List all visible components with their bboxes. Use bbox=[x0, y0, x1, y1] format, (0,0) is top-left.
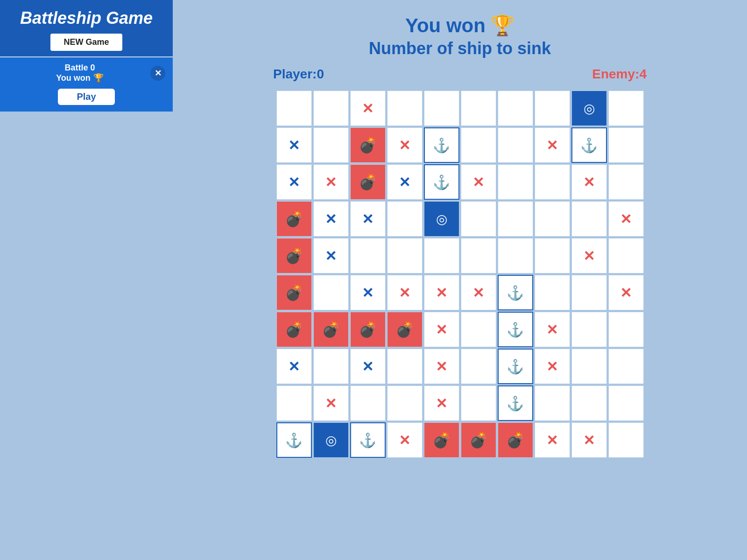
table-row[interactable]: 💣 bbox=[276, 275, 312, 310]
table-row[interactable] bbox=[461, 201, 496, 237]
table-row[interactable]: ✕ bbox=[608, 275, 644, 310]
table-row[interactable]: ⚓ bbox=[350, 422, 386, 458]
table-row[interactable]: ⚓ bbox=[571, 127, 607, 163]
table-row[interactable] bbox=[424, 238, 459, 273]
table-row[interactable]: ✕ bbox=[350, 201, 386, 237]
table-row[interactable] bbox=[461, 127, 496, 163]
table-row[interactable]: ⚓ bbox=[498, 349, 533, 384]
table-row[interactable] bbox=[276, 385, 312, 421]
table-row[interactable]: ✕ bbox=[313, 201, 349, 237]
table-row[interactable]: ✕ bbox=[387, 275, 423, 310]
table-row[interactable] bbox=[571, 275, 607, 310]
table-row[interactable] bbox=[387, 201, 423, 237]
table-row[interactable]: 💣 bbox=[276, 238, 312, 273]
table-row[interactable] bbox=[350, 238, 386, 273]
table-row[interactable] bbox=[387, 385, 423, 421]
play-button[interactable]: Play bbox=[58, 89, 114, 105]
table-row[interactable]: ✕ bbox=[571, 164, 607, 200]
table-row[interactable]: ✕ bbox=[387, 422, 423, 458]
table-row[interactable]: ✕ bbox=[313, 385, 349, 421]
table-row[interactable] bbox=[498, 91, 533, 126]
table-row[interactable] bbox=[313, 127, 349, 163]
table-row[interactable] bbox=[313, 91, 349, 126]
table-row[interactable] bbox=[535, 275, 570, 310]
table-row[interactable]: ◎ bbox=[313, 422, 349, 458]
table-row[interactable]: ✕ bbox=[424, 349, 459, 384]
table-row[interactable]: ✕ bbox=[424, 275, 459, 310]
table-row[interactable]: ✕ bbox=[461, 164, 496, 200]
table-row[interactable]: 💣 bbox=[387, 312, 423, 347]
table-row[interactable] bbox=[387, 238, 423, 273]
table-row[interactable]: ⚓ bbox=[498, 275, 533, 310]
table-row[interactable] bbox=[313, 349, 349, 384]
table-row[interactable]: ⚓ bbox=[276, 422, 312, 458]
table-row[interactable]: ✕ bbox=[350, 275, 386, 310]
table-row[interactable] bbox=[350, 385, 386, 421]
table-row[interactable]: 💣 bbox=[461, 422, 496, 458]
table-row[interactable]: ✕ bbox=[350, 349, 386, 384]
table-row[interactable]: 💣 bbox=[313, 312, 349, 347]
table-row[interactable]: 💣 bbox=[350, 127, 386, 163]
table-row[interactable]: ✕ bbox=[387, 164, 423, 200]
table-row[interactable] bbox=[276, 91, 312, 126]
close-battle-button[interactable]: ✕ bbox=[150, 66, 165, 81]
table-row[interactable]: ✕ bbox=[424, 312, 459, 347]
table-row[interactable] bbox=[571, 201, 607, 237]
table-row[interactable] bbox=[461, 385, 496, 421]
table-row[interactable]: ◎ bbox=[424, 201, 459, 237]
table-row[interactable] bbox=[571, 312, 607, 347]
table-row[interactable] bbox=[608, 312, 644, 347]
table-row[interactable]: ✕ bbox=[535, 312, 570, 347]
table-row[interactable] bbox=[608, 164, 644, 200]
table-row[interactable] bbox=[498, 201, 533, 237]
table-row[interactable]: ✕ bbox=[387, 127, 423, 163]
table-row[interactable] bbox=[608, 91, 644, 126]
table-row[interactable]: ✕ bbox=[571, 422, 607, 458]
table-row[interactable]: 💣 bbox=[350, 164, 386, 200]
table-row[interactable] bbox=[498, 164, 533, 200]
table-row[interactable]: ⚓ bbox=[424, 127, 459, 163]
table-row[interactable]: ✕ bbox=[276, 164, 312, 200]
table-row[interactable] bbox=[608, 349, 644, 384]
new-game-button[interactable]: NEW Game bbox=[50, 34, 122, 51]
table-row[interactable] bbox=[535, 164, 570, 200]
table-row[interactable]: ✕ bbox=[461, 275, 496, 310]
table-row[interactable] bbox=[387, 349, 423, 384]
table-row[interactable] bbox=[387, 91, 423, 126]
table-row[interactable] bbox=[535, 201, 570, 237]
table-row[interactable] bbox=[608, 385, 644, 421]
table-row[interactable]: ✕ bbox=[535, 349, 570, 384]
table-row[interactable]: ✕ bbox=[535, 127, 570, 163]
table-row[interactable]: 💣 bbox=[276, 312, 312, 347]
table-row[interactable]: ✕ bbox=[424, 385, 459, 421]
table-row[interactable]: ✕ bbox=[535, 422, 570, 458]
table-row[interactable] bbox=[535, 385, 570, 421]
table-row[interactable] bbox=[498, 127, 533, 163]
table-row[interactable] bbox=[313, 275, 349, 310]
table-row[interactable] bbox=[461, 349, 496, 384]
table-row[interactable] bbox=[571, 349, 607, 384]
table-row[interactable] bbox=[424, 91, 459, 126]
table-row[interactable]: ✕ bbox=[608, 201, 644, 237]
table-row[interactable]: ✕ bbox=[313, 164, 349, 200]
table-row[interactable]: ✕ bbox=[313, 238, 349, 273]
table-row[interactable] bbox=[461, 312, 496, 347]
table-row[interactable] bbox=[461, 238, 496, 273]
table-row[interactable]: ⚓ bbox=[498, 385, 533, 421]
table-row[interactable]: ✕ bbox=[571, 238, 607, 273]
table-row[interactable]: ◎ bbox=[571, 91, 607, 126]
table-row[interactable] bbox=[608, 238, 644, 273]
table-row[interactable]: 💣 bbox=[498, 422, 533, 458]
table-row[interactable]: 💣 bbox=[424, 422, 459, 458]
table-row[interactable] bbox=[461, 91, 496, 126]
table-row[interactable] bbox=[608, 127, 644, 163]
table-row[interactable] bbox=[535, 238, 570, 273]
table-row[interactable] bbox=[571, 385, 607, 421]
table-row[interactable]: ⚓ bbox=[424, 164, 459, 200]
table-row[interactable]: ✕ bbox=[276, 349, 312, 384]
table-row[interactable] bbox=[498, 238, 533, 273]
table-row[interactable] bbox=[535, 91, 570, 126]
table-row[interactable]: ✕ bbox=[350, 91, 386, 126]
table-row[interactable]: 💣 bbox=[276, 201, 312, 237]
table-row[interactable]: ⚓ bbox=[498, 312, 533, 347]
